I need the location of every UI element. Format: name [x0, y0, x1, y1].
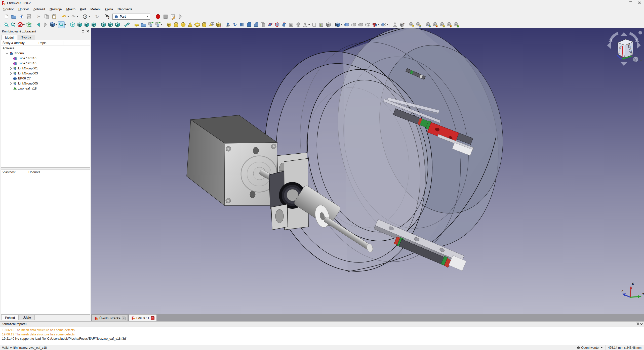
mdi-tab-focus-1[interactable]: Focus : 1 ×: [129, 314, 156, 321]
tb-fillet-button[interactable]: [246, 21, 252, 28]
tb-shape-from-mesh-button[interactable]: [260, 21, 266, 28]
tb-zoom-tools-button[interactable]: [58, 21, 65, 28]
close-panel-icon[interactable]: [87, 30, 89, 32]
tb-intersection-button[interactable]: [365, 21, 371, 28]
tb-primitive-box-button[interactable]: [166, 21, 172, 28]
tb-primitive-sphere-button[interactable]: [180, 21, 186, 28]
tb-save-button[interactable]: [18, 13, 25, 20]
workbench-selector[interactable]: Part: [112, 14, 150, 20]
dropdown-arrow-icon[interactable]: [308, 24, 310, 25]
dropdown-arrow-icon[interactable]: [67, 16, 69, 17]
tb-measure-toggle-all-button[interactable]: □: [439, 21, 446, 28]
tb-macro-stop-button[interactable]: [162, 13, 169, 20]
toolbar-handle[interactable]: [1, 22, 2, 27]
tb-offset-3d-button[interactable]: [302, 21, 309, 28]
tb-view-left-button[interactable]: [114, 21, 121, 28]
tb-mirror-button[interactable]: [239, 21, 245, 28]
dropdown-arrow-icon[interactable]: [89, 16, 90, 17]
tb-primitive-cone-button[interactable]: [187, 21, 193, 28]
toolbar-handle[interactable]: [67, 22, 69, 27]
menu-soubor[interactable]: Soubor: [1, 7, 16, 12]
tb-defeaturing-button[interactable]: [392, 21, 398, 28]
tb-home-view-button[interactable]: [49, 21, 56, 28]
tb-redo-button[interactable]: ↷: [70, 13, 77, 20]
tb-draw-style-button[interactable]: [17, 21, 23, 28]
tb-make-link-group-button[interactable]: [154, 21, 161, 28]
tb-create-part-button[interactable]: [133, 21, 140, 28]
float-report-icon[interactable]: [636, 323, 638, 325]
tree-item-focus[interactable]: Focus: [1, 51, 90, 56]
tb-connect-button[interactable]: [372, 21, 378, 28]
tree-item-tube-120x10[interactable]: Tube 120x10: [1, 61, 90, 66]
menu-nastroje[interactable]: Nástroje: [47, 7, 64, 12]
tb-view-axonometric-button[interactable]: [69, 21, 76, 28]
report-log[interactable]: 19:06:13 The mesh data structure has som…: [0, 327, 644, 345]
menu-part[interactable]: Part: [78, 7, 88, 12]
tb-sweep-button[interactable]: [281, 21, 288, 28]
tree-expander-icon[interactable]: [6, 52, 8, 54]
tb-measure-toggle-delta-button[interactable]: Δ: [453, 21, 460, 28]
dropdown-arrow-icon[interactable]: [341, 24, 342, 25]
tb-nav-forward-button[interactable]: [42, 21, 49, 28]
tb-macro-play-button[interactable]: [177, 13, 184, 20]
minimize-button[interactable]: [615, 0, 625, 6]
restore-button[interactable]: [625, 0, 634, 6]
toolbar-handle[interactable]: [406, 22, 408, 27]
tb-view-top-button[interactable]: [84, 21, 90, 28]
tb-view-bottom-button[interactable]: [107, 21, 114, 28]
toolbar-handle[interactable]: [423, 22, 424, 27]
tb-measure-clear-all-button[interactable]: ×: [432, 21, 438, 28]
tree-item-linkgroup003[interactable]: LinkGroup003: [1, 71, 90, 76]
menu-napoveda[interactable]: Nápověda: [115, 7, 135, 12]
tab-model[interactable]: Model: [1, 35, 17, 40]
tb-fit-all-button[interactable]: [3, 21, 9, 28]
tb-copy-button[interactable]: [43, 13, 50, 20]
toolbar-handle[interactable]: [164, 22, 165, 27]
menu-zobrazit[interactable]: Zobrazit: [31, 7, 47, 12]
navcube-mini-cube[interactable]: [633, 57, 638, 62]
tb-refine-shape-button[interactable]: [325, 21, 332, 28]
dropdown-arrow-icon[interactable]: [23, 24, 25, 25]
tab-pohled[interactable]: Pohled: [1, 315, 19, 320]
tb-measure-linear-button[interactable]: [408, 21, 415, 28]
dropdown-arrow-icon[interactable]: [64, 24, 66, 25]
tb-open-button[interactable]: [10, 13, 17, 20]
tree-item-linkgroup005[interactable]: LinkGroup005: [1, 81, 90, 86]
toolbar-handle[interactable]: [98, 22, 99, 27]
tb-revolve-button[interactable]: ↻: [232, 21, 238, 28]
tb-ruled-surface-button[interactable]: [274, 21, 280, 28]
tb-cut-button[interactable]: ✂: [35, 13, 43, 20]
dropdown-arrow-icon[interactable]: [378, 24, 379, 25]
tb-measure-button[interactable]: [124, 21, 130, 28]
close-report-icon[interactable]: [640, 323, 642, 325]
tb-make-link-button[interactable]: [147, 21, 154, 28]
tb-print-button[interactable]: [25, 13, 32, 20]
dropdown-arrow-icon[interactable]: [77, 16, 78, 17]
tb-box-zoom-button[interactable]: [26, 21, 32, 28]
tree-item-zwo-eaf-v18[interactable]: zwo_eaf_v18: [1, 86, 90, 91]
tb-paste-button[interactable]: [51, 13, 58, 20]
tb-undo-button[interactable]: ↶: [61, 13, 68, 20]
tree-item-linkgroup001[interactable]: LinkGroup001: [1, 66, 90, 71]
tab-close-icon[interactable]: ×: [122, 317, 126, 320]
dropdown-arrow-icon[interactable]: [56, 24, 57, 25]
tb-primitives-dialog-button[interactable]: ⇄: [215, 21, 222, 28]
dropdown-arrow-icon[interactable]: [387, 24, 388, 25]
tb-cut-button[interactable]: [350, 21, 357, 28]
tree-item-ek06-c7[interactable]: EK06 C7: [1, 76, 90, 81]
tb-refresh-button[interactable]: ↻: [94, 13, 101, 20]
tb-primitive-tube-button[interactable]: [201, 21, 208, 28]
tb-chamfer-button[interactable]: [253, 21, 259, 28]
tb-macro-edit-button[interactable]: [170, 13, 177, 20]
tb-union-button[interactable]: [357, 21, 364, 28]
toolbar-handle[interactable]: [332, 22, 334, 27]
navcube-dot[interactable]: [638, 31, 642, 34]
mdi-tab-uvodni-stranka[interactable]: Úvodní stránka ×: [92, 315, 128, 321]
tb-measure-angular-button[interactable]: △: [415, 21, 422, 28]
tb-shape-builder-button[interactable]: [208, 21, 215, 28]
tb-cross-sections-button[interactable]: [295, 21, 302, 28]
tb-boolean-button[interactable]: [343, 21, 350, 28]
tb-macro-record-button[interactable]: [154, 13, 162, 20]
navigation-style-selector[interactable]: OpenInventor: [574, 345, 606, 350]
toolbar-handle[interactable]: [389, 22, 391, 27]
